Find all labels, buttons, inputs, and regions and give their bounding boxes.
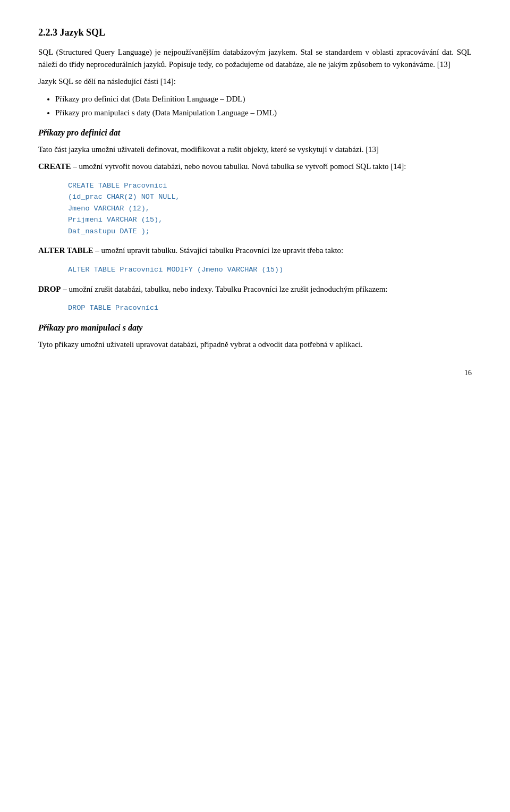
paragraph-4-rest: – umožní vytvořit novou databázi, nebo n… — [71, 162, 406, 171]
page-content: 2.2.3 Jazyk SQL SQL (Structured Query La… — [38, 26, 472, 378]
heading-definici: Příkazy pro definici dat — [38, 126, 472, 139]
code-block-2: ALTER TABLE Pracovníci MODIFY (Jmeno VAR… — [68, 264, 472, 276]
code-line-1: CREATE TABLE Pracovníci — [68, 180, 472, 192]
paragraph-4: CREATE – umožní vytvořit novou databázi,… — [38, 160, 472, 173]
paragraph-1: SQL (Structured Query Language) je nejpo… — [38, 46, 472, 70]
code-line-4: Prijmeni VARCHAR (15), — [68, 214, 472, 226]
paragraph-5-rest: – umožní upravit tabulku. Stávající tabu… — [94, 246, 344, 255]
code-block-3: DROP TABLE Pracovníci — [68, 302, 472, 314]
paragraph-3: Tato část jazyka umožní uživateli defino… — [38, 143, 472, 156]
bullet-list: Příkazy pro definici dat (Data Definitio… — [55, 93, 472, 119]
paragraph-7: Tyto příkazy umožní uživateli upravovat … — [38, 339, 472, 351]
paragraph-5: ALTER TABLE – umožní upravit tabulku. St… — [38, 244, 472, 257]
paragraph-6: DROP – umožní zrušit databázi, tabulku, … — [38, 283, 472, 295]
page-number: 16 — [38, 367, 472, 378]
paragraph-6-rest: – umožní zrušit databázi, tabulku, nebo … — [61, 285, 388, 293]
drop-keyword: DROP — [38, 285, 61, 293]
code-block-1: CREATE TABLE Pracovníci (id_prac CHAR(2)… — [68, 180, 472, 238]
code-line-5: Dat_nastupu DATE ); — [68, 226, 472, 238]
code-line-3: Jmeno VARCHAR (12), — [68, 203, 472, 215]
code-line-alter: ALTER TABLE Pracovníci MODIFY (Jmeno VAR… — [68, 264, 472, 276]
code-line-2: (id_prac CHAR(2) NOT NULL, — [68, 191, 472, 203]
code-line-drop: DROP TABLE Pracovníci — [68, 302, 472, 314]
bullet-item-1: Příkazy pro definici dat (Data Definitio… — [55, 93, 472, 105]
heading-manipulaci: Příkazy pro manipulaci s daty — [38, 322, 472, 334]
paragraph-2: Jazyk SQL se dělí na následující části [… — [38, 75, 472, 88]
alter-table-keyword: ALTER TABLE — [38, 246, 94, 255]
create-keyword: CREATE — [38, 162, 71, 171]
bullet-item-2: Příkazy pro manipulaci s daty (Data Mani… — [55, 107, 472, 119]
section-heading: 2.2.3 Jazyk SQL — [38, 26, 472, 40]
